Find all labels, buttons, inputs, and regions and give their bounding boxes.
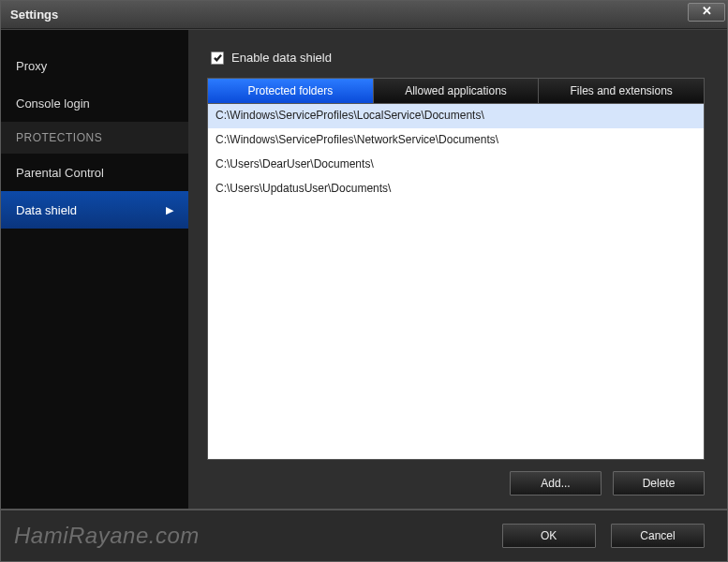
window-body: Proxy Console login PROTECTIONS Parental… (1, 29, 727, 509)
sidebar-item-label: Parental Control (16, 166, 104, 180)
list-item[interactable]: C:\Users\UpdatusUser\Documents\ (208, 177, 704, 201)
chevron-right-icon: ▶ (166, 204, 173, 216)
check-icon (213, 52, 223, 63)
close-icon: ✕ (702, 4, 712, 18)
sidebar-item-console-login[interactable]: Console login (1, 84, 188, 122)
tab-label: Allowed applications (405, 84, 507, 97)
footer: HamiRayane.com OK Cancel (1, 509, 727, 561)
folder-path: C:\Windows\ServiceProfiles\LocalService\… (215, 109, 484, 122)
list-item[interactable]: C:\Users\DearUser\Documents\ (208, 153, 704, 177)
cancel-button[interactable]: Cancel (611, 524, 705, 548)
sidebar-item-data-shield[interactable]: Data shield ▶ (1, 191, 188, 229)
enable-data-shield-label: Enable data shield (231, 51, 332, 65)
settings-window: Settings ✕ Proxy Console login PROTECTIO… (0, 0, 728, 562)
button-label: Cancel (640, 529, 675, 542)
button-label: Delete (643, 477, 676, 490)
titlebar: Settings ✕ (1, 1, 727, 29)
add-button[interactable]: Add... (510, 471, 602, 495)
tab-protected-folders[interactable]: Protected folders (208, 79, 374, 103)
close-button[interactable]: ✕ (688, 3, 725, 22)
ok-button[interactable]: OK (502, 524, 596, 548)
footer-buttons: OK Cancel (491, 524, 705, 548)
protected-folders-list[interactable]: C:\Windows\ServiceProfiles\LocalService\… (207, 104, 705, 460)
list-item[interactable]: C:\Windows\ServiceProfiles\LocalService\… (208, 104, 704, 128)
button-label: OK (541, 529, 557, 542)
folder-path: C:\Windows\ServiceProfiles\NetworkServic… (215, 133, 498, 146)
sidebar-item-label: Proxy (16, 59, 47, 73)
list-item[interactable]: C:\Windows\ServiceProfiles\NetworkServic… (208, 128, 704, 153)
sidebar-section-label: PROTECTIONS (16, 131, 102, 144)
watermark-text: HamiRayane.com (14, 523, 200, 549)
sidebar-item-parental-control[interactable]: Parental Control (1, 154, 188, 191)
tabs: Protected folders Allowed applications F… (207, 78, 705, 104)
enable-data-shield-checkbox[interactable] (211, 52, 224, 65)
delete-button[interactable]: Delete (613, 471, 705, 495)
folder-path: C:\Users\UpdatusUser\Documents\ (215, 182, 391, 195)
folder-path: C:\Users\DearUser\Documents\ (215, 157, 374, 170)
button-label: Add... (541, 477, 570, 490)
window-title: Settings (10, 7, 58, 22)
list-actions: Add... Delete (207, 471, 705, 495)
tab-label: Files and extensions (570, 84, 672, 97)
sidebar-item-label: Data shield (16, 203, 77, 217)
sidebar-section-header: PROTECTIONS (1, 122, 188, 154)
sidebar-item-label: Console login (16, 96, 90, 111)
sidebar-item-proxy[interactable]: Proxy (1, 47, 188, 84)
sidebar: Proxy Console login PROTECTIONS Parental… (1, 30, 188, 509)
content-panel: Enable data shield Protected folders All… (188, 30, 727, 509)
tab-allowed-applications[interactable]: Allowed applications (374, 79, 540, 103)
tab-label: Protected folders (247, 84, 333, 97)
tab-files-and-extensions[interactable]: Files and extensions (539, 79, 704, 103)
enable-data-shield-row: Enable data shield (211, 51, 705, 65)
